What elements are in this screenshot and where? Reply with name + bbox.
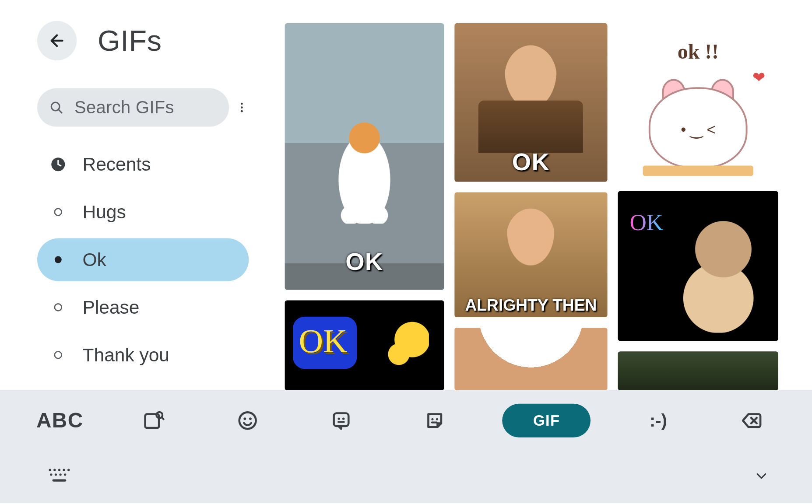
page-title: GIFs bbox=[98, 24, 162, 57]
gif-tile[interactable]: OK bbox=[285, 23, 444, 290]
abc-button[interactable]: ABC bbox=[34, 408, 86, 433]
arrow-left-icon bbox=[48, 32, 66, 50]
sticker-square-icon bbox=[330, 410, 352, 431]
keyboard-mode-row: ABC GIF :-) bbox=[0, 390, 812, 451]
sidebar-header: GIFs bbox=[37, 21, 249, 60]
emoji-button[interactable] bbox=[221, 410, 274, 431]
gif-tile[interactable]: OK bbox=[618, 191, 778, 341]
bullet-icon bbox=[50, 252, 66, 268]
svg-rect-24 bbox=[53, 479, 67, 481]
category-label: Please bbox=[83, 297, 140, 318]
heart-icon: ❤ bbox=[752, 69, 765, 87]
category-recents[interactable]: Recents bbox=[37, 143, 249, 186]
category-label: Recents bbox=[83, 154, 151, 175]
svg-point-8 bbox=[243, 417, 246, 420]
category-label: Ok bbox=[83, 249, 106, 270]
image-search-button[interactable] bbox=[127, 410, 180, 431]
category-ok[interactable]: Ok bbox=[37, 238, 249, 281]
svg-point-15 bbox=[49, 469, 51, 471]
category-label: Thank you bbox=[83, 344, 169, 366]
svg-point-7 bbox=[239, 412, 256, 429]
svg-point-18 bbox=[63, 469, 65, 471]
keyboard-bottom-bar: ABC GIF :-) bbox=[0, 390, 812, 503]
svg-point-13 bbox=[432, 418, 434, 420]
gif-results-grid: OK OK OK ALRIGHTY THEN ok !! ❤ bbox=[279, 0, 812, 390]
gif-caption: OK bbox=[299, 321, 347, 360]
bullet-icon bbox=[50, 204, 66, 220]
emoji-icon bbox=[236, 410, 258, 431]
bullet-icon bbox=[50, 299, 66, 315]
backspace-icon bbox=[741, 410, 763, 431]
category-list: Recents Hugs Ok Please Thank you bbox=[37, 143, 249, 377]
gif-tile[interactable]: OK bbox=[454, 23, 608, 182]
gif-sidebar: GIFs Search GIFs Recents Hugs bbox=[0, 0, 279, 390]
gif-caption: OK bbox=[285, 248, 444, 276]
category-thankyou[interactable]: Thank you bbox=[37, 333, 249, 376]
category-label: Hugs bbox=[83, 201, 126, 223]
gif-tile[interactable]: ok !! ❤ • ‿ < bbox=[618, 23, 778, 181]
svg-point-12 bbox=[342, 417, 344, 420]
gif-tile[interactable]: OK bbox=[285, 300, 444, 390]
gif-tile[interactable] bbox=[454, 328, 608, 390]
keyboard-footer-row bbox=[0, 451, 812, 503]
svg-point-20 bbox=[50, 473, 52, 476]
gif-caption: OK bbox=[454, 148, 608, 176]
search-placeholder: Search GIFs bbox=[74, 98, 174, 117]
svg-point-9 bbox=[249, 417, 251, 420]
clock-icon bbox=[50, 156, 66, 173]
search-row: Search GIFs bbox=[37, 88, 249, 127]
svg-point-14 bbox=[436, 418, 438, 420]
category-hugs[interactable]: Hugs bbox=[37, 191, 249, 234]
svg-point-1 bbox=[241, 103, 243, 105]
more-vert-icon bbox=[236, 101, 248, 114]
search-input[interactable]: Search GIFs bbox=[37, 88, 229, 127]
svg-point-2 bbox=[241, 106, 243, 108]
more-button[interactable] bbox=[235, 96, 249, 119]
search-icon bbox=[49, 100, 64, 115]
sticker-fold-icon bbox=[424, 410, 446, 431]
collapse-keyboard-button[interactable] bbox=[752, 469, 771, 485]
gif-caption: OK bbox=[629, 209, 663, 236]
backspace-button[interactable] bbox=[726, 410, 778, 431]
back-button[interactable] bbox=[37, 21, 77, 60]
image-search-icon bbox=[143, 410, 165, 431]
svg-point-19 bbox=[67, 469, 70, 471]
gif-tile[interactable] bbox=[618, 351, 778, 390]
chevron-down-icon bbox=[752, 469, 771, 483]
svg-point-22 bbox=[59, 473, 61, 476]
svg-rect-10 bbox=[334, 413, 348, 426]
svg-point-17 bbox=[58, 469, 60, 471]
gif-caption: ALRIGHTY THEN bbox=[454, 297, 608, 315]
sticker-fold-button[interactable] bbox=[409, 410, 461, 431]
gif-caption: ok !! bbox=[678, 39, 719, 64]
gif-pill: GIF bbox=[503, 404, 591, 438]
svg-point-16 bbox=[53, 469, 56, 471]
keyboard-grid-button[interactable] bbox=[48, 468, 71, 486]
text-emoticon-button[interactable]: :-) bbox=[632, 411, 685, 430]
svg-point-3 bbox=[241, 110, 243, 112]
gif-tile[interactable]: ALRIGHTY THEN bbox=[454, 192, 608, 318]
gif-mode-button[interactable]: GIF bbox=[503, 404, 591, 438]
category-please[interactable]: Please bbox=[37, 286, 249, 329]
svg-point-11 bbox=[337, 417, 340, 420]
bullet-icon bbox=[50, 347, 66, 363]
svg-point-21 bbox=[55, 473, 57, 476]
gif-picker-main: GIFs Search GIFs Recents Hugs bbox=[0, 0, 812, 390]
sticker-square-button[interactable] bbox=[315, 410, 367, 431]
keyboard-dots-icon bbox=[48, 468, 71, 484]
svg-point-23 bbox=[64, 473, 66, 476]
